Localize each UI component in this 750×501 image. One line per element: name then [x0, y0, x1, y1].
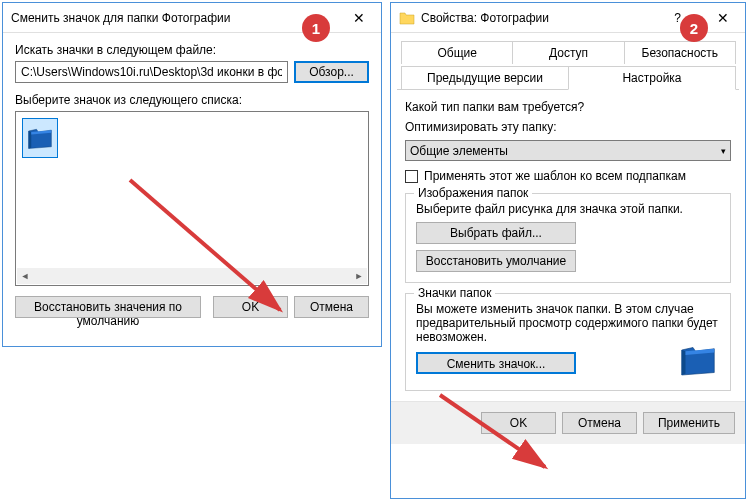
tab-general[interactable]: Общие [401, 41, 513, 64]
tab-share[interactable]: Доступ [512, 41, 624, 64]
optimize-select[interactable]: Общие элементы ▾ [405, 140, 731, 161]
window-title: Сменить значок для папки Фотографии [11, 11, 336, 25]
optimize-value: Общие элементы [410, 144, 508, 158]
tab-customize[interactable]: Настройка [568, 66, 736, 90]
folder-icons-text: Вы можете изменить значок папки. В этом … [416, 302, 720, 344]
folder-images-group: Изображения папок Выберите файл рисунка … [405, 193, 731, 283]
apply-button[interactable]: Применить [643, 412, 735, 434]
choose-file-button[interactable]: Выбрать файл... [416, 222, 576, 244]
scroll-left-icon[interactable]: ◄ [17, 268, 33, 284]
optimize-label: Оптимизировать эту папку: [405, 120, 731, 134]
folder-preview-icon [678, 340, 718, 380]
search-files-label: Искать значки в следующем файле: [15, 43, 369, 57]
close-button[interactable]: ✕ [336, 3, 381, 32]
change-icon-button[interactable]: Сменить значок... [416, 352, 576, 374]
select-icon-label: Выберите значок из следующего списка: [15, 93, 369, 107]
icon-list[interactable]: ◄ ► [15, 111, 369, 286]
icon-option-selected[interactable] [22, 118, 58, 158]
cancel-button[interactable]: Отмена [294, 296, 369, 318]
folder-type-question: Какой тип папки вам требуется? [405, 100, 731, 114]
group-title: Значки папок [414, 286, 495, 300]
restore-default-button[interactable]: Восстановить умолчание [416, 250, 576, 272]
scroll-right-icon[interactable]: ► [351, 268, 367, 284]
icon-path-input[interactable] [15, 61, 288, 83]
properties-dialog: Свойства: Фотографии ? ✕ Общие Доступ Бе… [390, 2, 746, 499]
annotation-badge-2: 2 [680, 14, 708, 42]
folder-icons-group: Значки папок Вы можете изменить значок п… [405, 293, 731, 391]
close-icon: ✕ [717, 10, 729, 26]
annotation-badge-1: 1 [302, 14, 330, 42]
restore-defaults-button[interactable]: Восстановить значения по умолчанию [15, 296, 201, 318]
folder-icon [399, 10, 415, 26]
tab-security[interactable]: Безопасность [624, 41, 736, 64]
window-title: Свойства: Фотографии [421, 11, 655, 25]
cancel-button[interactable]: Отмена [562, 412, 637, 434]
horizontal-scrollbar[interactable]: ◄ ► [17, 268, 367, 284]
apply-template-label: Применять этот же шаблон ко всем подпапк… [424, 169, 686, 183]
change-icon-dialog: Сменить значок для папки Фотографии ✕ Ис… [2, 2, 382, 347]
folder-images-text: Выберите файл рисунка для значка этой па… [416, 202, 720, 216]
close-icon: ✕ [353, 10, 365, 26]
ok-button[interactable]: OK [481, 412, 556, 434]
apply-template-checkbox[interactable] [405, 170, 418, 183]
browse-button[interactable]: Обзор... [294, 61, 369, 83]
group-title: Изображения папок [414, 186, 532, 200]
ok-button[interactable]: OK [213, 296, 288, 318]
folder-3d-icon [26, 124, 54, 152]
chevron-down-icon: ▾ [721, 146, 726, 156]
tab-previous-versions[interactable]: Предыдущие версии [401, 66, 569, 89]
